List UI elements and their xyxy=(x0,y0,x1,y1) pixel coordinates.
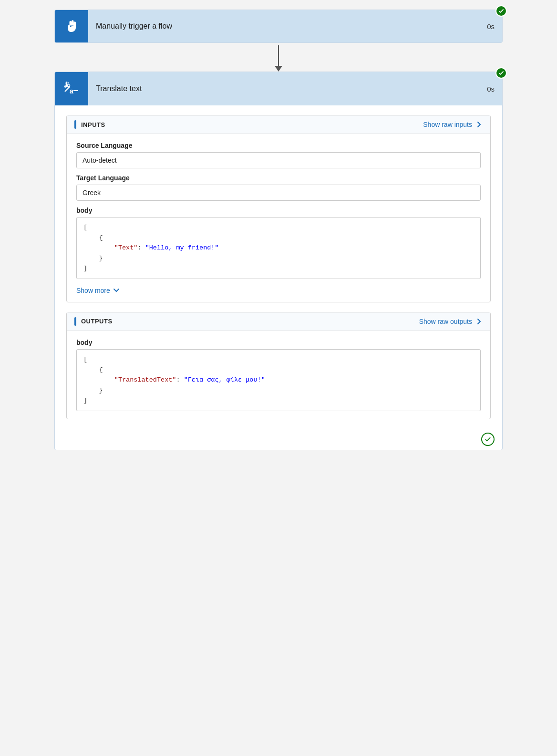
inputs-body-code: [ { "Text": "Hello, my friend!" } ] xyxy=(76,217,481,279)
inputs-section-content: Source Language Auto-detect Target Langu… xyxy=(67,134,490,302)
show-more-button[interactable]: Show more xyxy=(76,285,120,294)
connector-line xyxy=(278,45,279,66)
inputs-title-bar xyxy=(74,120,76,129)
output-open-brace: { xyxy=(83,366,103,373)
svg-text:a: a xyxy=(70,87,73,95)
output-body-label: body xyxy=(76,339,481,346)
trigger-block: Manually trigger a flow 0s xyxy=(54,10,503,43)
chevron-right-icon-outputs xyxy=(475,318,483,325)
outputs-title-text: OUTPUTS xyxy=(81,318,113,325)
output-close-bracket: ] xyxy=(83,397,87,404)
show-raw-outputs-button[interactable]: Show raw outputs xyxy=(419,318,483,325)
show-more-label: Show more xyxy=(76,287,110,294)
target-language-value: Greek xyxy=(76,185,481,201)
show-raw-inputs-label: Show raw inputs xyxy=(423,121,472,128)
trigger-title: Manually trigger a flow xyxy=(88,10,487,42)
inputs-section: INPUTS Show raw inputs Source Language A… xyxy=(66,115,491,302)
outputs-section-content: body [ { "TranslatedText": "Γεια σας, φί… xyxy=(67,331,490,419)
source-language-label: Source Language xyxy=(76,142,481,149)
bottom-check-icon xyxy=(484,435,492,443)
target-language-label: Target Language xyxy=(76,174,481,182)
chevron-down-icon xyxy=(113,287,120,294)
output-translated-value: "Γεια σας, φίλε μου!" xyxy=(184,376,265,383)
outputs-body-code: [ { "TranslatedText": "Γεια σας, φίλε μο… xyxy=(76,349,481,411)
inputs-title-text: INPUTS xyxy=(81,121,105,128)
outputs-section-header: OUTPUTS Show raw outputs xyxy=(67,312,490,331)
chevron-right-icon xyxy=(475,121,483,128)
code-open-bracket: [ xyxy=(83,224,87,231)
code-text-key: "Text" xyxy=(114,244,138,251)
show-raw-outputs-label: Show raw outputs xyxy=(419,318,472,325)
output-open-bracket: [ xyxy=(83,356,87,363)
translate-status-badge xyxy=(495,67,507,79)
trigger-status-badge xyxy=(495,5,507,17)
show-raw-inputs-button[interactable]: Show raw inputs xyxy=(423,121,483,128)
outputs-section-title: OUTPUTS xyxy=(74,317,113,326)
code-close-bracket: ] xyxy=(83,265,87,272)
source-language-value: Auto-detect xyxy=(76,152,481,168)
translate-block: あ a Translate text 0s xyxy=(54,72,503,450)
translate-body: INPUTS Show raw inputs Source Language A… xyxy=(55,105,502,429)
output-translated-key: "TranslatedText" xyxy=(114,376,176,383)
bottom-status xyxy=(55,429,502,450)
code-open-brace: { xyxy=(83,234,103,241)
bottom-status-circle xyxy=(481,433,495,446)
hand-icon xyxy=(63,18,80,35)
code-close-brace: } xyxy=(83,255,103,262)
output-close-brace: } xyxy=(83,387,103,394)
outputs-section: OUTPUTS Show raw outputs body [ { xyxy=(66,312,491,419)
body-label: body xyxy=(76,207,481,214)
connector-arrow xyxy=(275,66,282,72)
inputs-section-title: INPUTS xyxy=(74,120,105,129)
trigger-icon xyxy=(55,10,88,42)
code-text-value: "Hello, my friend!" xyxy=(145,244,219,251)
translate-header: あ a Translate text 0s xyxy=(55,72,502,105)
translate-icon-symbol: あ a xyxy=(62,78,81,99)
flow-connector xyxy=(275,43,282,72)
check-icon xyxy=(498,8,505,14)
outputs-title-bar xyxy=(74,317,76,326)
translate-title: Translate text xyxy=(88,72,487,105)
check-icon-2 xyxy=(498,70,505,76)
inputs-section-header: INPUTS Show raw inputs xyxy=(67,115,490,134)
translate-icon: あ a xyxy=(55,72,88,105)
